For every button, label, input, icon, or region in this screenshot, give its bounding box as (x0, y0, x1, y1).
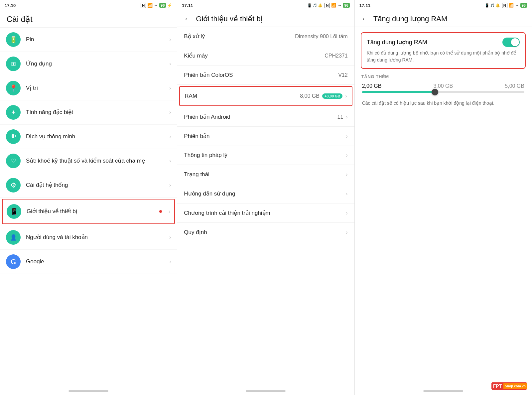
settings-item-nguoi-dung[interactable]: 👤 Người dùng và tài khoản › (0, 225, 177, 250)
settings-header: Cài đặt (0, 11, 177, 28)
back-button-3[interactable]: ← (361, 15, 369, 23)
huong-dan-chevron: › (346, 191, 347, 197)
status-bar-2: 17:11 📱🎵🔔 N 📶 → 96 (177, 0, 354, 11)
settings-item-ung-dung[interactable]: ⊞ Ứng dụng › (0, 52, 177, 76)
arrow-icon-1: → (154, 3, 158, 8)
info-row-huong-dan[interactable]: Hướng dẫn sử dụng › (177, 184, 354, 203)
arrow-icon-2: → (337, 3, 341, 8)
trang-thai-chevron: › (346, 172, 347, 178)
nguoi-dung-label: Người dùng và tài khoản (26, 234, 164, 241)
status-bar-3: 17:11 📱🎵🔔 N 📶 → 96 (355, 0, 532, 11)
vi-tri-label: Vị trí (26, 84, 164, 92)
status-icons-2: 📱🎵🔔 N 📶 → 96 (307, 3, 349, 8)
slider-fill (362, 91, 435, 93)
slider-option-2[interactable]: 5,00 GB (505, 83, 524, 89)
arrow-icon-3: → (515, 3, 519, 8)
pin-icon: 🔋 (6, 32, 21, 47)
info-row-kieu-may[interactable]: Kiểu máy CPH2371 (177, 46, 354, 66)
back-button-2[interactable]: ← (184, 15, 191, 23)
quy-dinh-label: Quy định (184, 229, 207, 236)
tinh-nang-chevron: › (169, 109, 171, 115)
battery-1: 96 (159, 3, 166, 8)
fpt-logo: FPT Shop.com.vn (491, 382, 527, 390)
android-chevron: › (346, 114, 347, 120)
fpt-shop-text: Shop.com.vn (503, 383, 527, 389)
dich-vu-chevron: › (169, 134, 171, 140)
info-row-phien-ban-coloros[interactable]: Phiên bản ColorOS V12 (177, 66, 354, 85)
nfc-icon-3: N (502, 3, 507, 8)
info-row-trang-thai[interactable]: Trạng thái › (177, 165, 354, 184)
bottom-handle-2 (177, 387, 354, 395)
battery-3: 96 (520, 3, 527, 8)
handle-bar-2 (246, 390, 286, 392)
google-icon: G (6, 254, 21, 269)
nguoi-dung-icon: 👤 (6, 230, 21, 245)
nfc-icon-2: N (325, 3, 330, 8)
ram-card-header: Tăng dung lượng RAM (367, 38, 520, 47)
info-row-phien-ban[interactable]: Phiên bản › (177, 127, 354, 146)
settings-item-vi-tri[interactable]: 📍 Vị trí › (0, 76, 177, 100)
ung-dung-label: Ứng dụng (26, 60, 164, 67)
app-icons-2: 📱🎵🔔 (307, 3, 323, 8)
cai-dat-he-thong-chevron: › (169, 182, 171, 188)
settings-item-suc-khoe[interactable]: ♡ Sức khoẻ kỹ thuật số và kiểm soát của … (0, 149, 177, 173)
settings-title: Cài đặt (7, 15, 33, 24)
info-row-ram[interactable]: RAM 8,00 GB +3,00 GB › (179, 86, 352, 106)
bottom-handle-1 (0, 387, 177, 395)
restart-note: Các cài đặt sẽ có hiệu lực sau khi bạn k… (361, 100, 526, 107)
suc-khoe-label: Sức khoẻ kỹ thuật số và kiểm soát của ch… (26, 157, 164, 165)
ram-card-title: Tăng dung lượng RAM (367, 39, 427, 46)
phien-ban-coloros-value: V12 (338, 72, 347, 78)
ung-dung-chevron: › (169, 61, 171, 67)
status-icons-1: N 📶 → 96 ⚡ (141, 3, 172, 8)
gioi-thieu-label: Giới thiệu về thiết bị (27, 208, 154, 215)
suc-khoe-chevron: › (169, 158, 171, 164)
pin-label: Pin (26, 36, 164, 43)
ung-dung-icon: ⊞ (6, 57, 21, 71)
info-row-quy-dinh[interactable]: Quy định › (177, 223, 354, 242)
time-2: 17:11 (182, 3, 193, 8)
ram-card-desc: Khi có đủ dung lượng bộ nhớ, bạn có thể … (367, 50, 520, 64)
time-1: 17:10 (5, 3, 16, 8)
nguoi-dung-chevron: › (169, 234, 171, 240)
time-3: 17:11 (359, 3, 370, 8)
settings-item-google[interactable]: G Google › (0, 250, 177, 274)
info-row-chuong-trinh[interactable]: Chương trình cải thiện trải nghiệm › (177, 203, 354, 223)
slider-option-0[interactable]: 2,00 GB (362, 83, 382, 89)
tang-them-label: TĂNG THÊM (361, 74, 526, 79)
trang-thai-label: Trạng thái (184, 171, 209, 178)
fpt-logo-box: FPT Shop.com.vn (491, 382, 527, 390)
panel-ram-boost: 17:11 📱🎵🔔 N 📶 → 96 ← Tăng dung lượng RAM… (355, 0, 532, 395)
wifi-icon-3: 📶 (509, 3, 514, 8)
settings-item-cai-dat-he-thong[interactable]: ⚙ Cài đặt hệ thống › (0, 173, 177, 198)
ram-section: Tăng dung lượng RAM Khi có đủ dung lượng… (355, 27, 532, 112)
info-row-thong-tin[interactable]: Thông tin pháp lý › (177, 146, 354, 165)
handle-bar-3 (423, 390, 463, 392)
tang-them-section: TĂNG THÊM 2,00 GB 3,00 GB 5,00 GB (361, 74, 526, 93)
settings-item-gioi-thieu[interactable]: 📱 Giới thiệu về thiết bị › (2, 199, 175, 224)
slider-option-1[interactable]: 3,00 GB (433, 83, 453, 89)
thong-tin-label: Thông tin pháp lý (184, 152, 227, 159)
info-row-android[interactable]: Phiên bản Android 11 › (177, 107, 354, 127)
slider-thumb[interactable] (432, 89, 438, 95)
settings-item-tinh-nang[interactable]: ✦ Tính năng đặc biệt › (0, 100, 177, 125)
huong-dan-label: Hướng dẫn sử dụng (184, 190, 235, 197)
status-icons-3: 📱🎵🔔 N 📶 → 96 (485, 3, 527, 8)
thong-tin-chevron: › (346, 152, 347, 158)
android-value: 11 (337, 114, 343, 120)
android-label: Phiên bản Android (184, 113, 230, 120)
settings-item-dich-vu[interactable]: 👁 Dịch vụ thông minh › (0, 125, 177, 149)
phien-ban-coloros-label: Phiên bản ColorOS (184, 71, 233, 78)
phien-ban-label: Phiên bản (184, 133, 209, 140)
ram-boost-header: ← Tăng dung lượng RAM (355, 11, 532, 27)
pin-chevron: › (169, 37, 171, 43)
slider-track[interactable] (362, 91, 524, 93)
settings-item-pin[interactable]: 🔋 Pin › (0, 28, 177, 52)
info-row-bo-xu-ly[interactable]: Bộ xử lý Dimensity 900 Lõi tám (177, 27, 354, 46)
panel-device-info: 17:11 📱🎵🔔 N 📶 → 96 ← Giới thiệu về thiết… (177, 0, 354, 395)
ram-toggle[interactable] (502, 38, 520, 47)
vi-tri-icon: 📍 (6, 81, 21, 95)
cai-dat-he-thong-label: Cài đặt hệ thống (26, 182, 164, 189)
toggle-knob (511, 38, 519, 46)
tinh-nang-icon: ✦ (6, 105, 21, 120)
